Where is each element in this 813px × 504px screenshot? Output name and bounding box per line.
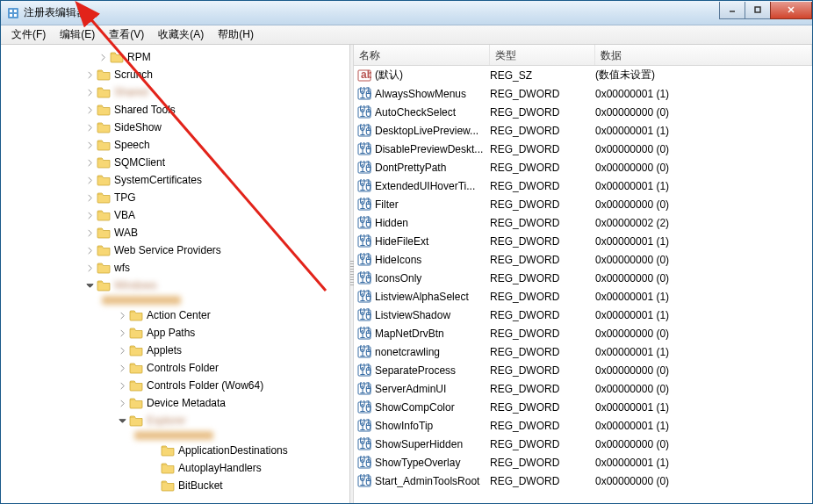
col-type[interactable]: 类型 xyxy=(490,45,595,65)
list-row[interactable]: ShowCompColorREG_DWORD0x00000001 (1) xyxy=(354,398,812,416)
value-bin-icon xyxy=(357,198,371,212)
expander-icon[interactable] xyxy=(84,122,95,133)
tree-label: SystemCertificates xyxy=(114,174,202,186)
list-row[interactable]: SeparateProcessREG_DWORD0x00000000 (0) xyxy=(354,361,812,379)
tree-item[interactable]: WAB xyxy=(1,224,349,241)
list-row[interactable]: ExtendedUIHoverTi...REG_DWORD0x00000001 … xyxy=(354,176,812,195)
cell-data: 0x00000001 (1) xyxy=(595,457,788,469)
tree-item[interactable]: ApplicationDestinations xyxy=(1,442,349,459)
list-row[interactable]: AlwaysShowMenusREG_DWORD0x00000001 (1) xyxy=(354,84,812,103)
folder-icon xyxy=(97,68,111,81)
expander-icon[interactable] xyxy=(117,345,127,356)
tree-item[interactable]: Speech xyxy=(1,136,349,154)
list-row[interactable]: ShowSuperHiddenREG_DWORD0x00000000 (0) xyxy=(354,435,812,453)
expander-icon[interactable] xyxy=(84,69,95,80)
tree-item[interactable]: Device Metadata xyxy=(1,394,349,412)
maximize-button[interactable] xyxy=(745,2,771,19)
list-row[interactable]: ServerAdminUIREG_DWORD0x00000000 (0) xyxy=(354,379,812,398)
list-body[interactable]: (默认)REG_SZ(数值未设置)AlwaysShowMenusREG_DWOR… xyxy=(354,66,812,503)
list-row[interactable]: nonetcrawlingREG_DWORD0x00000001 (1) xyxy=(354,342,812,361)
cell-data: 0x00000000 (0) xyxy=(595,162,788,174)
list-row[interactable]: DesktopLivePreview...REG_DWORD0x00000001… xyxy=(354,121,812,140)
tree-item[interactable]: VBA xyxy=(1,206,349,224)
list-row[interactable]: DontPrettyPathREG_DWORD0x00000000 (0) xyxy=(354,158,812,176)
expander-icon[interactable] xyxy=(84,192,95,203)
cell-type: REG_DWORD xyxy=(490,272,595,284)
list-row[interactable]: Start_AdminToolsRootREG_DWORD0x00000000 … xyxy=(354,472,812,490)
cell-type: REG_DWORD xyxy=(490,125,595,137)
menu-view[interactable]: 查看(V) xyxy=(102,25,151,44)
expander-icon[interactable] xyxy=(84,210,95,220)
tree-item[interactable]: App Paths xyxy=(1,324,349,342)
tree-item[interactable]: Web Service Providers xyxy=(1,241,349,259)
expander-icon[interactable] xyxy=(117,328,127,338)
expander-icon[interactable] xyxy=(84,245,95,256)
list-row[interactable]: ListviewShadowREG_DWORD0x00000001 (1) xyxy=(354,306,812,324)
tree-item[interactable]: Controls Folder xyxy=(1,359,349,377)
tree-scroll[interactable]: RPMScrunchSharedShared ToolsSideShowSpee… xyxy=(1,45,349,503)
expander-icon[interactable] xyxy=(84,280,95,291)
list-row[interactable]: ListviewAlphaSelectREG_DWORD0x00000001 (… xyxy=(354,287,812,306)
value-bin-icon xyxy=(357,290,371,304)
list-row[interactable]: (默认)REG_SZ(数值未设置) xyxy=(354,66,812,84)
expander-icon[interactable] xyxy=(148,480,159,491)
col-name[interactable]: 名称 xyxy=(354,45,490,65)
menu-file[interactable]: 文件(F) xyxy=(4,25,53,44)
tree-item[interactable]: BitBucket xyxy=(1,477,349,494)
title-bar[interactable]: 注册表编辑器 xyxy=(1,1,812,25)
list-row[interactable]: HideIconsREG_DWORD0x00000000 (0) xyxy=(354,250,812,269)
list-row[interactable]: AutoCheckSelectREG_DWORD0x00000000 (0) xyxy=(354,103,812,121)
list-row[interactable]: MapNetDrvBtnREG_DWORD0x00000000 (0) xyxy=(354,324,812,342)
list-row[interactable]: HiddenREG_DWORD0x00000002 (2) xyxy=(354,213,812,232)
tree-label: Windows xyxy=(114,279,157,292)
tree-item[interactable]: Applets xyxy=(1,342,349,359)
expander-icon[interactable] xyxy=(84,157,95,168)
tree-item[interactable]: Controls Folder (Wow64) xyxy=(1,377,349,394)
cell-name: ExtendedUIHoverTi... xyxy=(375,180,490,192)
expander-icon[interactable] xyxy=(117,415,127,426)
tree-item[interactable]: Action Center xyxy=(1,306,349,324)
cell-name: ShowTypeOverlay xyxy=(375,457,490,469)
tree-item[interactable]: Explorer xyxy=(1,412,349,429)
tree-item[interactable]: Scrunch xyxy=(1,66,349,83)
menu-edit[interactable]: 编辑(E) xyxy=(53,25,102,44)
list-row[interactable]: IconsOnlyREG_DWORD0x00000000 (0) xyxy=(354,269,812,287)
cell-name: IconsOnly xyxy=(375,272,490,284)
tree-item[interactable]: wfs xyxy=(1,259,349,277)
tree-item[interactable]: RPM xyxy=(1,48,349,66)
list-row[interactable]: HideFileExtREG_DWORD0x00000001 (1) xyxy=(354,232,812,250)
tree-item[interactable]: AutoplayHandlers xyxy=(1,459,349,477)
col-data[interactable]: 数据 xyxy=(595,45,812,65)
expander-icon[interactable] xyxy=(148,445,159,456)
expander-icon[interactable] xyxy=(84,87,95,97)
tree-item[interactable]: TPG xyxy=(1,189,349,206)
tree-item[interactable]: Shared Tools xyxy=(1,101,349,119)
tree-pane: RPMScrunchSharedShared ToolsSideShowSpee… xyxy=(1,45,350,503)
close-button[interactable] xyxy=(770,2,812,19)
list-row[interactable]: ShowTypeOverlayREG_DWORD0x00000001 (1) xyxy=(354,453,812,472)
minimize-button[interactable] xyxy=(719,2,745,19)
menu-help[interactable]: 帮助(H) xyxy=(211,25,261,44)
tree-item[interactable]: Shared xyxy=(1,83,349,101)
tree-item[interactable]: SQMClient xyxy=(1,154,349,171)
menu-favorites[interactable]: 收藏夹(A) xyxy=(151,25,211,44)
expander-icon[interactable] xyxy=(84,140,95,150)
value-bin-icon xyxy=(357,161,371,175)
tree-label: Shared xyxy=(114,86,148,98)
list-row[interactable]: ShowInfoTipREG_DWORD0x00000001 (1) xyxy=(354,416,812,435)
expander-icon[interactable] xyxy=(117,398,127,408)
list-row[interactable]: DisablePreviewDeskt...REG_DWORD0x0000000… xyxy=(354,140,812,158)
expander-icon[interactable] xyxy=(84,263,95,273)
tree-item[interactable]: Windows xyxy=(1,277,349,294)
expander-icon[interactable] xyxy=(84,227,95,238)
expander-icon[interactable] xyxy=(117,380,127,391)
list-row[interactable]: FilterREG_DWORD0x00000000 (0) xyxy=(354,195,812,213)
expander-icon[interactable] xyxy=(148,463,159,473)
expander-icon[interactable] xyxy=(117,310,127,320)
expander-icon[interactable] xyxy=(84,175,95,185)
expander-icon[interactable] xyxy=(97,52,108,62)
tree-item[interactable]: SystemCertificates xyxy=(1,171,349,189)
tree-item[interactable]: SideShow xyxy=(1,119,349,136)
expander-icon[interactable] xyxy=(117,363,127,373)
expander-icon[interactable] xyxy=(84,104,95,115)
